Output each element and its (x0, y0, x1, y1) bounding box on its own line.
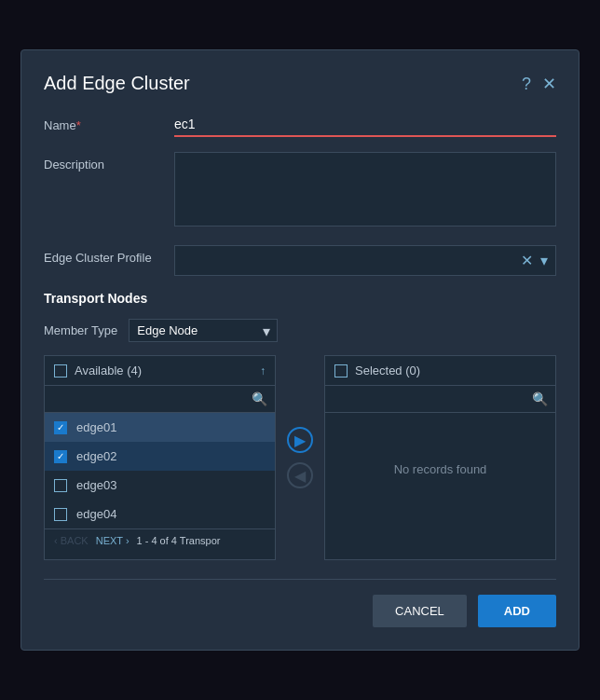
edge01-checkbox[interactable] (54, 421, 67, 434)
edge01-label: edge01 (76, 420, 116, 434)
back-nav[interactable]: ‹ BACK (54, 535, 89, 546)
no-records-message: No records found (325, 413, 555, 525)
available-select-all-checkbox[interactable] (54, 364, 67, 377)
move-left-button[interactable]: ◀ (287, 462, 313, 488)
available-search-input[interactable] (52, 392, 252, 406)
list-actions: ▶ ◀ (287, 427, 313, 488)
help-icon: ? (522, 75, 531, 93)
description-row: Description (44, 152, 556, 230)
edge03-label: edge03 (76, 478, 116, 492)
chevron-down-icon[interactable]: ▾ (540, 252, 548, 269)
selected-search-input[interactable] (333, 392, 532, 406)
name-label: Name* (44, 113, 174, 132)
modal-header-icons: ? ✕ (522, 75, 556, 92)
help-button[interactable]: ? (522, 75, 531, 92)
select-actions: ✕ ▾ (521, 252, 548, 269)
available-list-wrapper: edge01 edge02 edge03 edge04 (45, 413, 275, 528)
selected-search-icon: 🔍 (532, 391, 548, 406)
cancel-button[interactable]: CANCEL (373, 595, 467, 627)
selected-search-row: 🔍 (325, 386, 555, 413)
selected-select-all-checkbox[interactable] (334, 364, 348, 377)
member-type-wrapper: Edge Node Physical Server ▾ (129, 319, 278, 342)
member-type-select[interactable]: Edge Node Physical Server (129, 319, 278, 342)
available-panel-title: Available (4) (75, 364, 252, 377)
name-field-wrapper (174, 113, 556, 137)
edge-cluster-profile-select[interactable]: ✕ ▾ (174, 245, 556, 276)
edge04-checkbox[interactable] (54, 508, 67, 521)
selected-panel: Selected (0) 🔍 No records found (324, 355, 556, 560)
sort-ascending-icon[interactable]: ↑ (260, 364, 266, 377)
list-item[interactable]: edge04 (45, 500, 275, 528)
next-nav[interactable]: NEXT › (96, 535, 130, 546)
close-icon: ✕ (542, 75, 556, 93)
required-indicator: * (76, 118, 81, 132)
edge-cluster-profile-wrapper: ✕ ▾ (174, 245, 556, 276)
member-type-label: Member Type (44, 323, 117, 337)
edge02-label: edge02 (76, 449, 116, 463)
description-input[interactable] (174, 152, 556, 226)
description-label: Description (44, 152, 174, 172)
modal-title: Add Edge Cluster (44, 73, 190, 94)
move-left-icon: ◀ (294, 467, 306, 485)
selected-panel-header: Selected (0) (325, 356, 555, 386)
available-search-row: 🔍 (45, 386, 275, 413)
clear-icon[interactable]: ✕ (521, 252, 533, 269)
move-right-icon: ▶ (294, 432, 306, 449)
edge-cluster-profile-row: Edge Cluster Profile ✕ ▾ (44, 245, 556, 276)
pagination-row: ‹ BACK NEXT › 1 - 4 of 4 Transpor (45, 528, 275, 552)
edge03-checkbox[interactable] (54, 479, 67, 492)
available-panel-header: Available (4) ↑ (45, 356, 275, 386)
move-right-button[interactable]: ▶ (287, 427, 313, 453)
available-search-icon: 🔍 (252, 391, 267, 406)
pagination-range: 1 - 4 of 4 Transpor (137, 535, 221, 546)
add-edge-cluster-modal: Add Edge Cluster ? ✕ Name* Description E… (20, 49, 580, 651)
transport-nodes-section-title: Transport Nodes (44, 291, 556, 306)
selected-panel-title: Selected (0) (355, 364, 546, 377)
available-select-all-wrapper (54, 364, 67, 377)
member-type-row: Member Type Edge Node Physical Server ▾ (44, 319, 556, 342)
name-row: Name* (44, 113, 556, 137)
close-button[interactable]: ✕ (542, 75, 556, 92)
dual-list: Available (4) ↑ 🔍 edge01 edge02 edge03 (44, 355, 556, 560)
edge-cluster-profile-label: Edge Cluster Profile (44, 245, 174, 265)
list-item[interactable]: edge03 (45, 471, 275, 500)
modal-header: Add Edge Cluster ? ✕ (44, 73, 556, 94)
list-item[interactable]: edge02 (45, 442, 275, 471)
modal-footer: CANCEL ADD (44, 579, 556, 627)
list-item[interactable]: edge01 (45, 413, 275, 442)
edge02-checkbox[interactable] (54, 450, 67, 463)
available-panel: Available (4) ↑ 🔍 edge01 edge02 edge03 (44, 355, 276, 560)
add-button[interactable]: ADD (478, 595, 556, 627)
name-input[interactable] (174, 113, 556, 137)
description-field-wrapper (174, 152, 556, 230)
edge04-label: edge04 (76, 507, 116, 521)
